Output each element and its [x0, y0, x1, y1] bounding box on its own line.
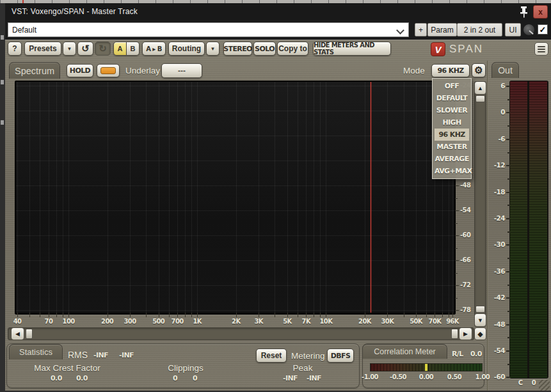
freq-tick	[426, 313, 427, 317]
clippings-label: Clippings	[160, 363, 211, 373]
grid-line-v	[298, 82, 298, 313]
grid-line-v	[49, 82, 49, 313]
correlation-scale-label: -1.00	[362, 373, 378, 380]
undo-icon[interactable]: ↺	[77, 42, 93, 56]
mode-menu-item-average[interactable]: AVERAGE	[435, 153, 469, 165]
redo-icon[interactable]: ↻	[95, 42, 111, 56]
io-config-button[interactable]: 2 in 2 out	[457, 23, 502, 36]
freq-tick	[130, 313, 131, 317]
zoom-reset-diamond-icon[interactable]: ◆	[474, 327, 486, 340]
mode-menu-item-96-khz[interactable]: 96 KHZ	[435, 129, 469, 141]
freq-axis-label: 3K	[254, 318, 263, 325]
tab-out[interactable]: Out	[491, 62, 519, 78]
tab-spectrum[interactable]: Spectrum	[9, 62, 60, 79]
freq-axis-label: 5K	[283, 318, 292, 325]
ui-scale-button[interactable]: UI	[505, 23, 521, 36]
v-scroll-top-handle[interactable]	[475, 95, 485, 102]
help-button[interactable]: ?	[8, 42, 22, 56]
h-scroll-left-handle[interactable]	[26, 329, 33, 339]
correlation-scale-label: 0.50	[447, 373, 461, 380]
mode-menu-item-slower[interactable]: SLOWER	[435, 104, 469, 116]
out-meter-bottom-label-right: 0	[529, 379, 538, 386]
freq-tick	[452, 313, 453, 317]
db-axis-tick	[455, 185, 459, 186]
param-button[interactable]: Param	[427, 23, 457, 36]
mode-menu-item-master[interactable]: MASTER	[435, 141, 469, 153]
grid-line-v	[236, 82, 237, 313]
out-scale-minor-tick	[507, 364, 510, 365]
preset-combobox[interactable]: Default	[8, 22, 409, 37]
out-scale-tick	[506, 192, 510, 193]
freeze-toggle-button[interactable]	[97, 64, 120, 77]
grid-line-v	[68, 82, 69, 313]
out-scale-minor-tick	[507, 205, 510, 206]
scroll-down-icon[interactable]: ▼	[474, 313, 486, 327]
presets-dropdown-icon[interactable]: ▼	[63, 42, 76, 56]
menu-icon[interactable]	[534, 42, 548, 56]
mode-menu-item-default[interactable]: DEFAULT	[435, 92, 469, 104]
scroll-left-icon[interactable]: ◀	[11, 327, 24, 340]
scroll-up-icon[interactable]: ▲	[474, 81, 486, 95]
out-scale-label: -48	[488, 320, 505, 328]
mode-menu: OFFDEFAULTSLOWERHIGH RES96 KHZMASTERAVER…	[432, 78, 472, 179]
v-scroll-bottom-handle[interactable]	[475, 306, 485, 313]
grid-line-v	[185, 82, 186, 313]
grid-line-v	[56, 82, 57, 313]
gear-icon[interactable]: ⚙	[472, 63, 486, 77]
tab-correlation-meter[interactable]: Correlation Meter	[362, 344, 447, 359]
spectrum-plot[interactable]	[16, 82, 454, 313]
freq-tick	[159, 313, 159, 317]
metering-mode-button[interactable]: DBFS	[327, 349, 354, 363]
db-axis-label: -48	[460, 182, 470, 189]
out-scale-minor-tick	[507, 258, 510, 259]
mode-menu-item-avg-max[interactable]: AVG+MAX	[435, 165, 469, 177]
host-edge-mark	[1, 35, 4, 40]
underlay-label: Underlay	[125, 66, 160, 75]
out-scale-minor-tick	[507, 125, 510, 127]
enable-checkbox[interactable]: ✓	[538, 24, 548, 35]
grid-line-v	[259, 82, 259, 313]
routing-dropdown-icon[interactable]: ▼	[206, 42, 220, 56]
ab-slot-b-button[interactable]: B	[127, 42, 140, 56]
routing-button[interactable]: Routing	[168, 42, 205, 56]
grid-line-h	[16, 161, 454, 161]
ab-slot-a-button[interactable]: A	[113, 42, 127, 56]
ab-copy-button[interactable]: A ▸ B	[142, 42, 166, 56]
h-scroll-right-handle[interactable]	[451, 329, 458, 339]
freq-tick	[320, 313, 321, 317]
presets-button[interactable]: Presets	[24, 42, 61, 56]
freq-tick	[449, 313, 449, 317]
out-scale-label: -30	[488, 240, 505, 248]
freq-axis-label: 70	[45, 318, 53, 325]
vertical-zoom-scrollbar[interactable]	[474, 81, 486, 327]
mode-menu-item-off[interactable]: OFF	[435, 80, 469, 92]
grid-line-v	[314, 82, 314, 313]
hold-button[interactable]: HOLD	[67, 64, 93, 77]
mode-menu-item-high-res[interactable]: HIGH RES	[435, 116, 469, 129]
solo-button[interactable]: SOLO	[253, 42, 276, 56]
underlay-select-button[interactable]: ---	[161, 63, 202, 78]
copy-to-button[interactable]: Copy to	[277, 42, 308, 56]
add-preset-button[interactable]: +	[415, 23, 427, 36]
stereo-button[interactable]: STEREO	[223, 42, 252, 56]
knob-icon[interactable]	[523, 24, 535, 36]
freq-tick	[435, 313, 435, 317]
out-scale-label: -42	[488, 294, 505, 301]
horizontal-zoom-scrollbar[interactable]	[8, 327, 474, 340]
preset-value: Default	[12, 26, 36, 35]
freq-tick	[236, 313, 237, 317]
out-scale-minor-tick	[507, 152, 510, 153]
pin-icon[interactable]	[518, 6, 529, 18]
hide-meters-button[interactable]: HIDE METERS AND STATS	[313, 42, 391, 56]
tab-statistics[interactable]: Statistics	[9, 344, 63, 359]
titlebar[interactable]: VST: Voxengo/SPAN - Master Track	[5, 3, 551, 20]
close-button[interactable]: x	[533, 5, 548, 19]
mode-select-button[interactable]: 96 KHZ	[431, 64, 470, 77]
resize-grip[interactable]	[539, 380, 550, 391]
out-meter-bottom-label-left: C	[516, 379, 525, 386]
grid-line-v	[17, 82, 18, 313]
max-crest-value-right: 0.0	[76, 374, 88, 382]
reset-button[interactable]: Reset	[256, 349, 287, 363]
scroll-right-icon[interactable]: ▶	[459, 327, 472, 340]
freq-axis-label: 30K	[381, 318, 394, 325]
